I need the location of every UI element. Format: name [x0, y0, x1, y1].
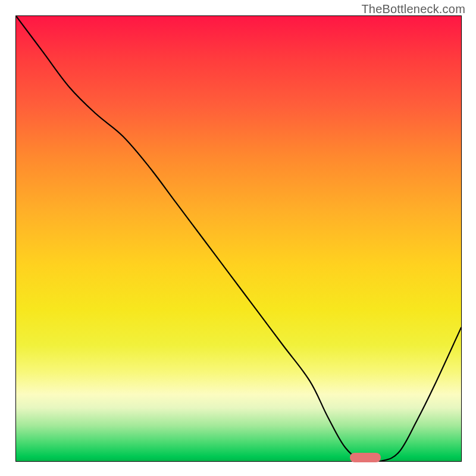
chart-container: TheBottleneck.com	[0, 0, 476, 476]
bottleneck-curve	[16, 16, 461, 461]
plot-area	[15, 15, 462, 462]
watermark-text: TheBottleneck.com	[361, 2, 465, 16]
optimal-range-marker	[350, 453, 381, 462]
